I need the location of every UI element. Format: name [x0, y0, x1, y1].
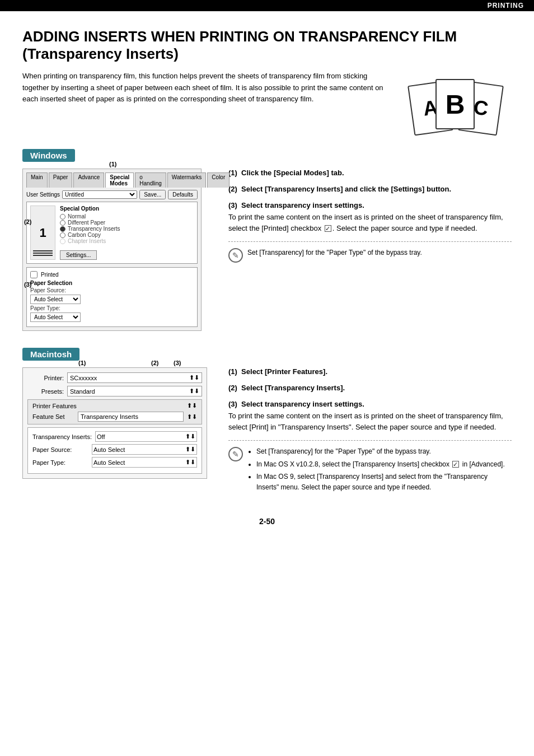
page-title: ADDING INSERTS WHEN PRINTING ON TRANSPAR… [22, 28, 512, 63]
win-inner-annotation-3: (3) [24, 281, 31, 288]
mac-paper-source-value: Auto Select [93, 446, 125, 453]
macintosh-section-row: (1) (2) (3) Printer: SCxxxxxx ⬆⬇ Presets… [22, 367, 512, 500]
mac-step-1-num: (1) [228, 367, 237, 376]
mac-printer-features-row: Printer Features ⬆⬇ [32, 402, 197, 409]
mac-presets-row: Presets: Standard ⬆⬇ [27, 386, 202, 396]
page-content: ADDING INSERTS WHEN PRINTING ON TRANSPAR… [0, 11, 534, 548]
windows-steps: (1) Click the [Special Modes] tab. (2) S… [228, 169, 512, 331]
card-b: B [435, 79, 475, 129]
win-defaults-btn[interactable]: Defaults [168, 190, 198, 199]
mac-paper-source-row: Paper Source: Auto Select ⬆⬇ [32, 444, 197, 455]
win-printed-label: Printed [41, 272, 59, 278]
mac-paper-type-select[interactable]: Auto Select ⬆⬇ [92, 457, 197, 468]
mac-note-3: In Mac OS 9, select [Transparency Insert… [256, 472, 512, 493]
mac-presets-select[interactable]: Standard ⬆⬇ [67, 386, 202, 396]
win-settings-btn-wrapper: Settings... [60, 248, 194, 260]
win-body: 1 Special Option [26, 202, 198, 264]
win-preview-pane: 1 [30, 206, 55, 260]
top-bar: PRINTING [0, 0, 534, 11]
mac-step-1: (1) Select [Printer Features]. [228, 367, 512, 376]
win-paper-type-select-row: Auto Select [30, 312, 194, 322]
mac-feature-set-label: Feature Set [32, 413, 74, 420]
win-paper-source-label: Paper Source: [30, 287, 72, 293]
mac-step-2-title: (2) Select [Transparency Inserts]. [228, 384, 512, 392]
win-paper-source-select[interactable]: Auto Select [30, 295, 81, 304]
win-step-3-title: (3) Select transparency insert settings. [228, 201, 512, 209]
win-tab-handling[interactable]: o Handling [135, 172, 166, 188]
win-note-box: ✎ Set [Transparency] for the "Paper Type… [228, 248, 512, 263]
win-tab-watermarks[interactable]: Watermarks [167, 172, 207, 188]
mac-presets-label: Presets: [27, 388, 64, 395]
mac-bottom-panel: Transparency Inserts: Off ⬆⬇ Paper Sourc… [27, 427, 202, 474]
win-user-settings-select[interactable]: Untitled [62, 190, 137, 199]
mac-transparency-value: Off [97, 433, 105, 440]
win-printed-row: Printed [30, 271, 194, 278]
mac-feature-set-select[interactable]: Transparency Inserts [78, 412, 184, 422]
page-number: 2-50 [22, 517, 512, 526]
mac-presets-value: Standard [70, 388, 95, 395]
win-tabs: Main Paper Advance Special Modes o Handl… [26, 172, 198, 188]
win-user-settings-bar: User Settings Untitled Save... Defaults [26, 190, 198, 199]
win-tab-special-modes[interactable]: Special Modes [105, 172, 134, 188]
win-radio-chapter-inserts[interactable]: Chapter Inserts [60, 238, 194, 244]
win-paper-source-row: Paper Source: [30, 287, 194, 293]
mac-paper-type-arrow: ⬆⬇ [185, 459, 195, 466]
win-radio-transparency-inserts-dot [60, 226, 65, 232]
mac-printer-select[interactable]: SCxxxxxx ⬆⬇ [67, 372, 202, 383]
mac-step-3-body: To print the same content on the insert … [228, 410, 512, 432]
win-tab-advance[interactable]: Advance [73, 172, 104, 188]
mac-step-3: (3) Select transparency insert settings.… [228, 400, 512, 432]
mac-transparency-label: Transparency Inserts: [32, 433, 92, 440]
win-step-3: (3) Select transparency insert settings.… [228, 201, 512, 234]
mac-printer-features-label: Printer Features [32, 403, 77, 409]
win-step-3-body: To print the same content on the insert … [228, 212, 512, 234]
win-options-panel: Special Option Normal Different Paper [60, 206, 194, 260]
win-printed-checkbox[interactable] [30, 271, 38, 278]
win-step-2-num: (2) [228, 185, 237, 193]
mac-paper-source-arrow: ⬆⬇ [185, 446, 195, 453]
mac-step-1-title: (1) Select [Printer Features]. [228, 367, 512, 376]
win-tab-color[interactable]: Color [207, 172, 229, 188]
mac-note-bullets: Set [Transparency] for the "Paper Type" … [247, 446, 512, 493]
win-step-1-num: (1) [228, 169, 237, 177]
mac-paper-source-select[interactable]: Auto Select ⬆⬇ [92, 444, 197, 455]
mac-annotation-2: (2) [151, 360, 158, 366]
win-settings-btn[interactable]: Settings... [60, 250, 97, 260]
win-tab-paper[interactable]: Paper [49, 172, 73, 188]
win-radio-group: Normal Different Paper Transparency Inse… [60, 213, 194, 244]
mac-printer-value: SCxxxxxx [70, 375, 97, 381]
win-tab-main[interactable]: Main [26, 172, 48, 188]
mac-transparency-select[interactable]: Off ⬆⬇ [95, 431, 197, 442]
mac-note-1: Set [Transparency] for the "Paper Type" … [256, 446, 512, 457]
win-paper-type-row: Paper Type: [30, 305, 194, 311]
mac-paper-type-label: Paper Type: [32, 459, 88, 466]
win-radio-transparency-inserts[interactable]: Transparency Inserts [60, 226, 194, 232]
win-radio-carbon-copy[interactable]: Carbon Copy [60, 232, 194, 238]
win-paper-type-select[interactable]: Auto Select [30, 312, 81, 322]
win-radio-carbon-copy-dot [60, 232, 65, 238]
win-special-option-title: Special Option [60, 206, 194, 212]
windows-section-row: (1) Main Paper Advance Special Modes o H… [22, 169, 512, 331]
mac-note-box: ✎ Set [Transparency] for the "Paper Type… [228, 446, 512, 494]
win-note-text: Set [Transparency] for the "Paper Type" … [247, 248, 422, 258]
windows-ui-mockup: Main Paper Advance Special Modes o Handl… [22, 169, 202, 331]
win-radio-different-paper[interactable]: Different Paper [60, 220, 194, 226]
macintosh-section-left: (1) (2) (3) Printer: SCxxxxxx ⬆⬇ Presets… [22, 367, 213, 500]
win-preview-line-2 [33, 253, 53, 254]
win-radio-normal[interactable]: Normal [60, 213, 194, 220]
win-note-icon: ✎ [228, 248, 243, 263]
win-paper-selection-title: Paper Selection [30, 280, 194, 286]
macintosh-section-header: Macintosh [22, 348, 79, 361]
mac-printer-features-arrow: ⬆⬇ [187, 402, 197, 409]
mac-printer-features-panel: Printer Features ⬆⬇ Feature Set Transpar… [27, 399, 202, 424]
mac-note-2: In Mac OS X v10.2.8, select the [Transpa… [256, 459, 512, 470]
win-paper-type-label: Paper Type: [30, 305, 72, 311]
win-dot-divider [228, 241, 512, 242]
mac-checkbox-inline [452, 461, 459, 468]
win-radio-different-paper-dot [60, 220, 65, 226]
mac-presets-arrow: ⬆⬇ [189, 388, 199, 395]
win-printed-checkbox-inline [325, 225, 331, 232]
win-save-btn[interactable]: Save... [139, 190, 166, 199]
mac-step-2-num: (2) [228, 384, 237, 392]
mac-paper-source-label: Paper Source: [32, 446, 88, 453]
